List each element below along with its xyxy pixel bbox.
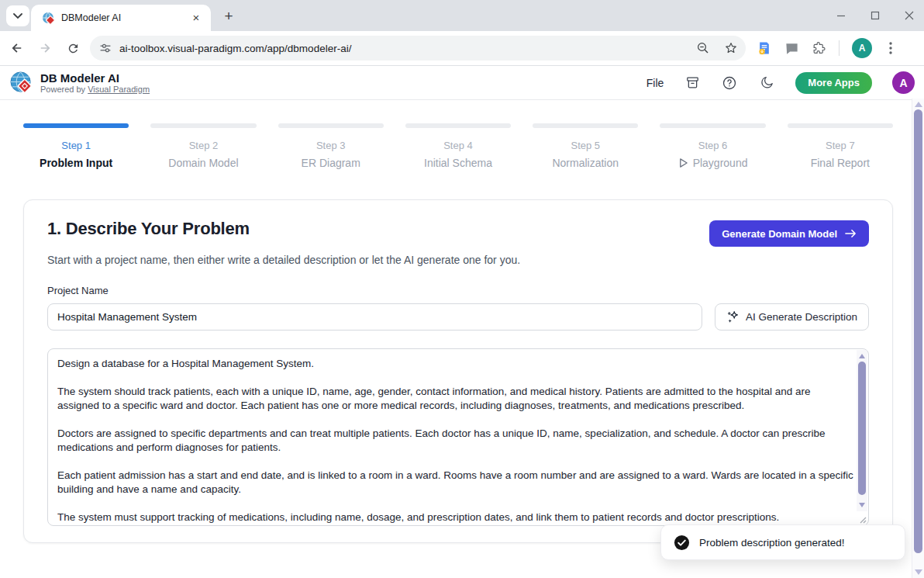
browser-tab-strip: DBModeler AI × + — [0, 0, 924, 31]
ai-generate-description-button[interactable]: AI Generate Description — [715, 303, 869, 331]
file-menu[interactable]: File — [646, 77, 664, 89]
textarea-scrollbar[interactable] — [857, 350, 867, 511]
tab-step-4-initial-schema[interactable]: Step 4 Initial Schema — [405, 123, 511, 169]
problem-description-text[interactable]: Design a database for a Hospital Managem… — [49, 350, 854, 524]
step-progress-bar — [660, 123, 765, 128]
tab-step-6-playground[interactable]: Step 6 Playground — [660, 123, 765, 169]
toolbar-divider — [839, 40, 840, 56]
step-number: Step 5 — [533, 140, 638, 151]
url-bar[interactable]: ai-toolbox.visual-paradigm.com/app/dbmod… — [90, 36, 746, 61]
powered-by: Powered by Visual Paradigm — [40, 85, 150, 94]
tab-title: DBModeler AI — [61, 12, 189, 23]
comment-icon[interactable] — [784, 41, 799, 56]
page-scrollbar-thumb[interactable] — [914, 109, 922, 553]
forward-icon[interactable] — [34, 37, 56, 59]
problem-input-card: 1. Describe Your Problem Generate Domain… — [23, 199, 893, 543]
description-paragraph: The system must support tracking of medi… — [57, 511, 854, 524]
app-user-avatar[interactable]: A — [892, 71, 915, 94]
extensions-puzzle-icon[interactable] — [812, 41, 826, 56]
generate-domain-model-button[interactable]: Generate Domain Model — [709, 220, 869, 247]
close-tab-icon[interactable]: × — [189, 11, 203, 25]
url-text[interactable]: ai-toolbox.visual-paradigm.com/app/dbmod… — [119, 43, 696, 54]
maximize-icon[interactable] — [870, 10, 881, 21]
step-label: Problem Input — [40, 157, 112, 169]
help-icon[interactable] — [721, 74, 738, 92]
site-favicon — [42, 12, 55, 25]
step-tabs: Step 1 Problem Input Step 2 Domain Model… — [23, 123, 893, 169]
step-number: Step 3 — [278, 140, 384, 151]
app-title: DB Modeler AI — [40, 72, 150, 85]
tab-step-7-final-report[interactable]: Step 7 Final Report — [788, 123, 893, 169]
page-subtitle: Start with a project name, then either w… — [47, 254, 869, 266]
resize-grip-icon[interactable] — [858, 515, 867, 524]
scroll-up-icon[interactable] — [859, 354, 865, 358]
project-name-label: Project Name — [47, 285, 869, 296]
minimize-icon[interactable] — [836, 10, 846, 21]
browser-menu-icon[interactable] — [884, 41, 897, 55]
step-label: Final Report — [811, 157, 870, 169]
page-scrollbar[interactable] — [912, 99, 924, 578]
step-progress-bar — [788, 123, 893, 128]
step-label: Playground — [693, 157, 748, 169]
app-logo — [9, 71, 33, 95]
page-scroll-up-icon[interactable] — [915, 102, 922, 107]
window-controls — [836, 0, 915, 31]
step-number: Step 6 — [660, 140, 765, 151]
description-paragraph: Each patient admission has a start and e… — [57, 469, 854, 497]
description-paragraph: Design a database for a Hospital Managem… — [57, 357, 854, 371]
reload-icon[interactable] — [62, 37, 84, 59]
tab-step-3-er-diagram[interactable]: Step 3 ER Diagram — [278, 123, 384, 169]
chevron-down-icon — [13, 13, 22, 19]
browser-tab[interactable]: DBModeler AI × — [31, 5, 211, 31]
powered-by-prefix: Powered by — [40, 85, 88, 94]
visual-paradigm-link[interactable]: Visual Paradigm — [88, 85, 150, 94]
step-progress-bar — [150, 123, 256, 128]
step-label: Domain Model — [168, 157, 238, 169]
sparkles-icon — [726, 310, 740, 324]
app-header: DB Modeler AI Powered by Visual Paradigm… — [0, 66, 924, 100]
step-progress-bar — [23, 123, 129, 128]
more-apps-button[interactable]: More Apps — [795, 72, 872, 94]
dark-mode-moon-icon[interactable] — [758, 74, 775, 92]
step-progress-bar — [405, 123, 511, 128]
browser-profile-avatar[interactable]: A — [852, 38, 872, 58]
step-number: Step 2 — [150, 140, 256, 151]
description-paragraph: Doctors are assigned to specific departm… — [57, 427, 854, 455]
project-name-input[interactable] — [47, 303, 702, 331]
arrow-right-icon — [845, 229, 857, 238]
back-icon[interactable] — [6, 37, 28, 59]
toast-notification: Problem description generated! — [660, 524, 905, 560]
new-tab-button[interactable]: + — [219, 6, 239, 26]
step-progress-bar — [533, 123, 638, 128]
scroll-down-icon[interactable] — [859, 503, 865, 507]
browser-toolbar: ai-toolbox.visual-paradigm.com/app/dbmod… — [0, 31, 924, 66]
play-icon — [678, 157, 688, 168]
toolbar-extension-icons: A — [757, 38, 902, 58]
archive-icon[interactable] — [684, 74, 701, 92]
textarea-scrollbar-thumb[interactable] — [858, 362, 866, 495]
bookmark-star-icon[interactable] — [724, 41, 738, 55]
tab-step-1-problem-input[interactable]: Step 1 Problem Input — [23, 123, 129, 169]
step-progress-bar — [278, 123, 384, 128]
site-settings-icon[interactable] — [99, 42, 112, 54]
step-number: Step 1 — [23, 140, 129, 151]
zoom-out-icon[interactable] — [696, 41, 710, 55]
step-label: Normalization — [552, 157, 619, 169]
step-label: ER Diagram — [302, 157, 360, 169]
step-label: Initial Schema — [424, 157, 492, 169]
page-title: 1. Describe Your Problem — [47, 219, 250, 239]
problem-description-textarea[interactable]: Design a database for a Hospital Managem… — [47, 348, 869, 526]
page: DB Modeler AI Powered by Visual Paradigm… — [0, 66, 924, 578]
step-number: Step 7 — [788, 140, 893, 151]
description-paragraph: The system should track patients, each w… — [57, 385, 854, 413]
close-window-icon[interactable] — [904, 10, 915, 21]
step-number: Step 4 — [405, 140, 511, 151]
tab-step-2-domain-model[interactable]: Step 2 Domain Model — [150, 123, 256, 169]
success-check-icon — [674, 535, 690, 551]
tab-step-5-normalization[interactable]: Step 5 Normalization — [533, 123, 638, 169]
ai-generate-description-label: AI Generate Description — [746, 311, 857, 323]
tab-search-button[interactable] — [6, 5, 29, 26]
page-scroll-down-icon[interactable] — [915, 569, 922, 575]
toast-message: Problem description generated! — [699, 537, 845, 549]
reading-list-icon[interactable] — [757, 40, 772, 56]
